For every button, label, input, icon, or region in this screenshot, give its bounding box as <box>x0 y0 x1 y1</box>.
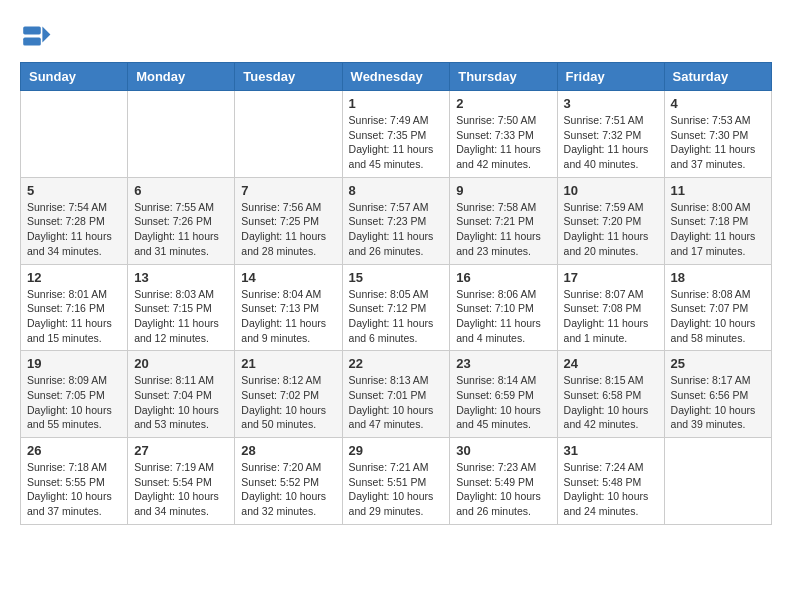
day-info: Sunrise: 8:11 AM Sunset: 7:04 PM Dayligh… <box>134 373 228 432</box>
day-number: 23 <box>456 356 550 371</box>
calendar-cell: 8Sunrise: 7:57 AM Sunset: 7:23 PM Daylig… <box>342 177 450 264</box>
day-info: Sunrise: 7:54 AM Sunset: 7:28 PM Dayligh… <box>27 200 121 259</box>
day-info: Sunrise: 8:03 AM Sunset: 7:15 PM Dayligh… <box>134 287 228 346</box>
calendar-cell <box>664 438 771 525</box>
logo <box>20 20 56 52</box>
calendar-cell: 22Sunrise: 8:13 AM Sunset: 7:01 PM Dayli… <box>342 351 450 438</box>
calendar-header-saturday: Saturday <box>664 63 771 91</box>
day-info: Sunrise: 8:17 AM Sunset: 6:56 PM Dayligh… <box>671 373 765 432</box>
day-number: 2 <box>456 96 550 111</box>
day-number: 7 <box>241 183 335 198</box>
calendar-cell <box>128 91 235 178</box>
calendar-table: SundayMondayTuesdayWednesdayThursdayFrid… <box>20 62 772 525</box>
header <box>20 20 772 52</box>
day-info: Sunrise: 7:49 AM Sunset: 7:35 PM Dayligh… <box>349 113 444 172</box>
day-number: 28 <box>241 443 335 458</box>
day-info: Sunrise: 7:20 AM Sunset: 5:52 PM Dayligh… <box>241 460 335 519</box>
calendar-cell <box>21 91 128 178</box>
day-info: Sunrise: 8:00 AM Sunset: 7:18 PM Dayligh… <box>671 200 765 259</box>
day-info: Sunrise: 7:51 AM Sunset: 7:32 PM Dayligh… <box>564 113 658 172</box>
day-number: 5 <box>27 183 121 198</box>
calendar-cell: 21Sunrise: 8:12 AM Sunset: 7:02 PM Dayli… <box>235 351 342 438</box>
calendar-header-monday: Monday <box>128 63 235 91</box>
day-info: Sunrise: 7:19 AM Sunset: 5:54 PM Dayligh… <box>134 460 228 519</box>
calendar-cell: 3Sunrise: 7:51 AM Sunset: 7:32 PM Daylig… <box>557 91 664 178</box>
day-info: Sunrise: 7:23 AM Sunset: 5:49 PM Dayligh… <box>456 460 550 519</box>
day-number: 22 <box>349 356 444 371</box>
calendar-cell: 9Sunrise: 7:58 AM Sunset: 7:21 PM Daylig… <box>450 177 557 264</box>
calendar-cell: 11Sunrise: 8:00 AM Sunset: 7:18 PM Dayli… <box>664 177 771 264</box>
day-number: 15 <box>349 270 444 285</box>
calendar-cell: 31Sunrise: 7:24 AM Sunset: 5:48 PM Dayli… <box>557 438 664 525</box>
day-number: 4 <box>671 96 765 111</box>
calendar-cell: 5Sunrise: 7:54 AM Sunset: 7:28 PM Daylig… <box>21 177 128 264</box>
day-info: Sunrise: 8:06 AM Sunset: 7:10 PM Dayligh… <box>456 287 550 346</box>
day-info: Sunrise: 8:15 AM Sunset: 6:58 PM Dayligh… <box>564 373 658 432</box>
day-info: Sunrise: 8:13 AM Sunset: 7:01 PM Dayligh… <box>349 373 444 432</box>
calendar-week-row: 1Sunrise: 7:49 AM Sunset: 7:35 PM Daylig… <box>21 91 772 178</box>
calendar-cell: 12Sunrise: 8:01 AM Sunset: 7:16 PM Dayli… <box>21 264 128 351</box>
calendar-cell: 13Sunrise: 8:03 AM Sunset: 7:15 PM Dayli… <box>128 264 235 351</box>
day-info: Sunrise: 7:55 AM Sunset: 7:26 PM Dayligh… <box>134 200 228 259</box>
calendar-cell: 19Sunrise: 8:09 AM Sunset: 7:05 PM Dayli… <box>21 351 128 438</box>
calendar-cell: 15Sunrise: 8:05 AM Sunset: 7:12 PM Dayli… <box>342 264 450 351</box>
calendar-cell: 1Sunrise: 7:49 AM Sunset: 7:35 PM Daylig… <box>342 91 450 178</box>
day-number: 14 <box>241 270 335 285</box>
calendar-week-row: 26Sunrise: 7:18 AM Sunset: 5:55 PM Dayli… <box>21 438 772 525</box>
day-info: Sunrise: 7:18 AM Sunset: 5:55 PM Dayligh… <box>27 460 121 519</box>
day-info: Sunrise: 7:21 AM Sunset: 5:51 PM Dayligh… <box>349 460 444 519</box>
calendar-cell: 28Sunrise: 7:20 AM Sunset: 5:52 PM Dayli… <box>235 438 342 525</box>
calendar-cell: 29Sunrise: 7:21 AM Sunset: 5:51 PM Dayli… <box>342 438 450 525</box>
day-info: Sunrise: 8:14 AM Sunset: 6:59 PM Dayligh… <box>456 373 550 432</box>
calendar-cell: 17Sunrise: 8:07 AM Sunset: 7:08 PM Dayli… <box>557 264 664 351</box>
logo-icon <box>20 20 52 52</box>
day-number: 17 <box>564 270 658 285</box>
day-number: 29 <box>349 443 444 458</box>
day-number: 3 <box>564 96 658 111</box>
day-number: 8 <box>349 183 444 198</box>
calendar-cell: 30Sunrise: 7:23 AM Sunset: 5:49 PM Dayli… <box>450 438 557 525</box>
calendar-cell: 23Sunrise: 8:14 AM Sunset: 6:59 PM Dayli… <box>450 351 557 438</box>
day-number: 13 <box>134 270 228 285</box>
day-number: 21 <box>241 356 335 371</box>
day-number: 26 <box>27 443 121 458</box>
day-info: Sunrise: 7:50 AM Sunset: 7:33 PM Dayligh… <box>456 113 550 172</box>
day-number: 30 <box>456 443 550 458</box>
day-number: 11 <box>671 183 765 198</box>
calendar-cell: 24Sunrise: 8:15 AM Sunset: 6:58 PM Dayli… <box>557 351 664 438</box>
day-number: 25 <box>671 356 765 371</box>
day-number: 24 <box>564 356 658 371</box>
calendar-cell: 10Sunrise: 7:59 AM Sunset: 7:20 PM Dayli… <box>557 177 664 264</box>
calendar-week-row: 12Sunrise: 8:01 AM Sunset: 7:16 PM Dayli… <box>21 264 772 351</box>
day-info: Sunrise: 7:24 AM Sunset: 5:48 PM Dayligh… <box>564 460 658 519</box>
day-info: Sunrise: 7:56 AM Sunset: 7:25 PM Dayligh… <box>241 200 335 259</box>
day-info: Sunrise: 7:53 AM Sunset: 7:30 PM Dayligh… <box>671 113 765 172</box>
day-number: 6 <box>134 183 228 198</box>
day-number: 12 <box>27 270 121 285</box>
day-info: Sunrise: 8:08 AM Sunset: 7:07 PM Dayligh… <box>671 287 765 346</box>
day-info: Sunrise: 7:58 AM Sunset: 7:21 PM Dayligh… <box>456 200 550 259</box>
calendar-header-thursday: Thursday <box>450 63 557 91</box>
day-info: Sunrise: 8:01 AM Sunset: 7:16 PM Dayligh… <box>27 287 121 346</box>
day-number: 20 <box>134 356 228 371</box>
calendar-header-friday: Friday <box>557 63 664 91</box>
calendar-cell: 16Sunrise: 8:06 AM Sunset: 7:10 PM Dayli… <box>450 264 557 351</box>
day-info: Sunrise: 8:09 AM Sunset: 7:05 PM Dayligh… <box>27 373 121 432</box>
day-number: 9 <box>456 183 550 198</box>
calendar-cell: 2Sunrise: 7:50 AM Sunset: 7:33 PM Daylig… <box>450 91 557 178</box>
day-info: Sunrise: 7:57 AM Sunset: 7:23 PM Dayligh… <box>349 200 444 259</box>
calendar-header-wednesday: Wednesday <box>342 63 450 91</box>
svg-rect-2 <box>23 26 41 34</box>
calendar-header-sunday: Sunday <box>21 63 128 91</box>
day-number: 18 <box>671 270 765 285</box>
calendar-cell: 14Sunrise: 8:04 AM Sunset: 7:13 PM Dayli… <box>235 264 342 351</box>
day-number: 31 <box>564 443 658 458</box>
calendar-cell: 7Sunrise: 7:56 AM Sunset: 7:25 PM Daylig… <box>235 177 342 264</box>
day-number: 27 <box>134 443 228 458</box>
day-info: Sunrise: 8:07 AM Sunset: 7:08 PM Dayligh… <box>564 287 658 346</box>
day-info: Sunrise: 8:05 AM Sunset: 7:12 PM Dayligh… <box>349 287 444 346</box>
calendar-week-row: 19Sunrise: 8:09 AM Sunset: 7:05 PM Dayli… <box>21 351 772 438</box>
day-number: 1 <box>349 96 444 111</box>
calendar-header-row: SundayMondayTuesdayWednesdayThursdayFrid… <box>21 63 772 91</box>
calendar-cell <box>235 91 342 178</box>
